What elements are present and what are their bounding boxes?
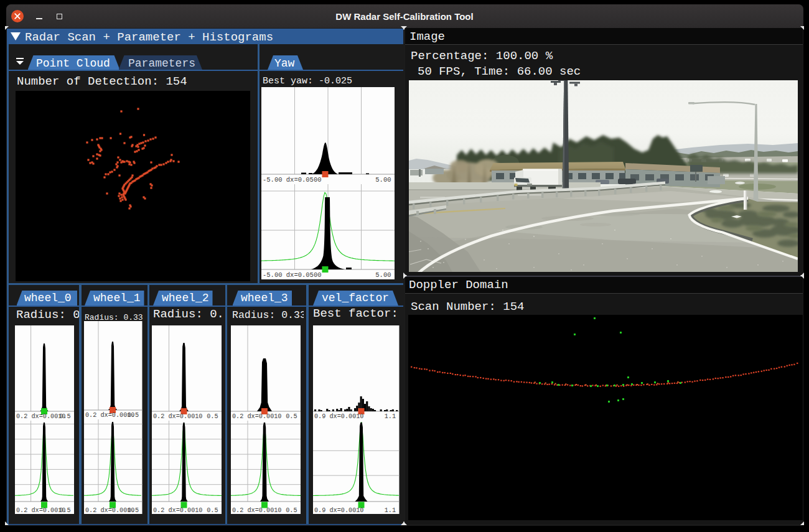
svg-text:0.9 dx=0.0010: 0.9 dx=0.0010: [314, 413, 363, 420]
svg-text:0.5: 0.5: [207, 413, 218, 420]
svg-text:0.5: 0.5: [286, 507, 297, 514]
svg-text:0.5: 0.5: [128, 412, 139, 419]
svg-text:0.2 dx=0.0010: 0.2 dx=0.0010: [232, 413, 281, 420]
svg-text:0.2 dx=0.0010: 0.2 dx=0.0010: [16, 507, 65, 514]
svg-text:0.2 dx=0.0010: 0.2 dx=0.0010: [232, 507, 281, 514]
svg-text:0.2 dx=0.0010: 0.2 dx=0.0010: [153, 413, 202, 420]
svg-text:5.00: 5.00: [375, 271, 391, 279]
svg-text:5.00: 5.00: [375, 176, 391, 184]
svg-text:-5.00 dx=0.0500: -5.00 dx=0.0500: [263, 271, 322, 279]
svg-text:0.5: 0.5: [59, 413, 70, 420]
svg-text:1.1: 1.1: [385, 507, 396, 514]
svg-text:0.2 dx=0.0010: 0.2 dx=0.0010: [153, 507, 202, 514]
svg-text:0.5: 0.5: [128, 507, 139, 514]
svg-text:0.2 dx=0.0010: 0.2 dx=0.0010: [16, 413, 65, 420]
svg-text:0.5: 0.5: [286, 413, 297, 420]
svg-text:0.9 dx=0.0010: 0.9 dx=0.0010: [314, 507, 363, 514]
svg-text:0.5: 0.5: [207, 507, 218, 514]
svg-text:-5.00 dx=0.0500: -5.00 dx=0.0500: [263, 176, 322, 184]
svg-text:0.5: 0.5: [59, 507, 70, 514]
svg-text:1.1: 1.1: [385, 413, 396, 420]
